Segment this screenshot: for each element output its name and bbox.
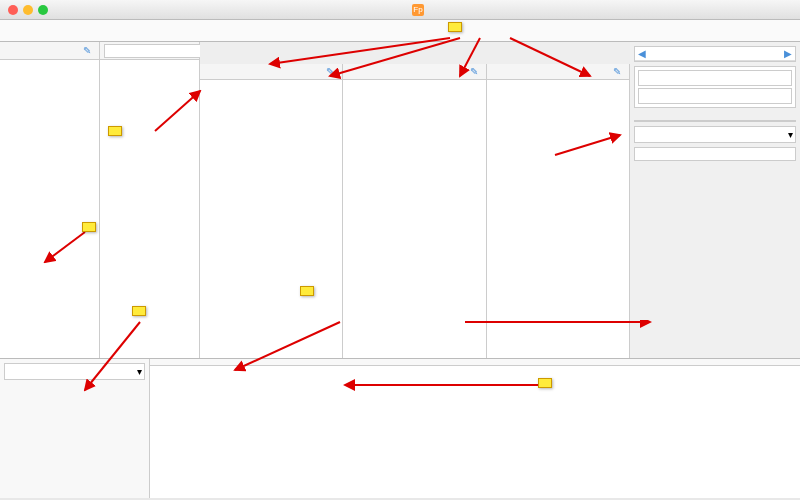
entry-panel: [634, 66, 796, 108]
callout: [108, 126, 122, 136]
item-name-column: ✎: [487, 64, 630, 358]
window-titlebar: Fp: [0, 0, 800, 20]
traffic-lights[interactable]: [8, 5, 48, 15]
category-mid-column: ✎: [343, 64, 486, 358]
memo-input[interactable]: [638, 88, 792, 104]
payment-select[interactable]: ▾: [634, 126, 796, 143]
numeric-keypad: [634, 120, 796, 122]
callout: [448, 22, 462, 32]
callout: [538, 378, 552, 388]
store-category-list: [0, 60, 99, 358]
pencil-icon[interactable]: ✎: [83, 45, 95, 57]
cal-next-icon: ▶: [784, 48, 792, 59]
callout: [82, 222, 96, 232]
calendar[interactable]: ◀▶: [634, 46, 796, 62]
enter-button[interactable]: [634, 147, 796, 161]
app-icon: Fp: [412, 4, 424, 16]
item-name-input[interactable]: [638, 70, 792, 86]
store-category-column: ✎: [0, 42, 100, 358]
callout: [300, 286, 314, 296]
dropdown-icon: ▾: [788, 129, 793, 140]
price-display: [634, 112, 796, 116]
callout: [132, 306, 146, 316]
